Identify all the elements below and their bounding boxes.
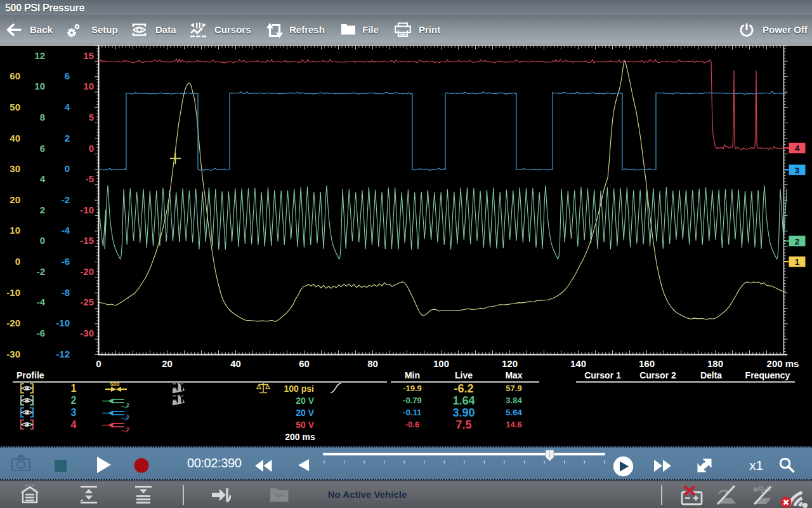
- svg-text:10: 10: [83, 81, 94, 91]
- svg-text:2: 2: [126, 402, 129, 408]
- svg-text:1: 1: [795, 257, 800, 267]
- svg-text:6: 6: [40, 143, 45, 154]
- svg-text:-0.79: -0.79: [403, 396, 422, 405]
- svg-text:3.84: 3.84: [506, 396, 522, 405]
- svg-text:-30: -30: [80, 328, 94, 338]
- svg-text:3.90: 3.90: [452, 406, 475, 419]
- svg-text:15: 15: [83, 50, 94, 61]
- svg-text:-6: -6: [62, 256, 70, 267]
- svg-text:2: 2: [71, 395, 77, 406]
- svg-text:1: 1: [71, 383, 77, 394]
- svg-text:-20: -20: [80, 266, 94, 277]
- svg-text:6: 6: [65, 70, 70, 81]
- svg-text:-19.9: -19.9: [403, 384, 422, 393]
- svg-text:120: 120: [502, 358, 518, 369]
- svg-text:160: 160: [639, 358, 655, 369]
- svg-text:-10: -10: [56, 318, 70, 328]
- svg-text:80: 80: [367, 358, 378, 369]
- svg-text:7.5: 7.5: [455, 418, 471, 431]
- svg-text:Frequency: Frequency: [745, 370, 790, 380]
- svg-text:Cursor 1: Cursor 1: [584, 370, 621, 380]
- svg-text:-25: -25: [80, 297, 94, 307]
- svg-text:2: 2: [126, 426, 129, 432]
- svg-text:-6: -6: [37, 328, 45, 338]
- svg-text:40: 40: [10, 133, 20, 144]
- svg-text:57.9: 57.9: [506, 384, 521, 393]
- svg-text:200 ms: 200 ms: [767, 358, 799, 369]
- svg-text:60: 60: [299, 358, 310, 369]
- svg-text:-6.2: -6.2: [454, 382, 473, 395]
- svg-text:4: 4: [65, 102, 70, 112]
- svg-text:0: 0: [89, 143, 94, 154]
- svg-text:0: 0: [40, 235, 45, 246]
- svg-text:14.6: 14.6: [506, 420, 521, 429]
- svg-text:30: 30: [10, 163, 20, 174]
- svg-text:-2: -2: [62, 194, 70, 205]
- svg-text:0: 0: [96, 358, 101, 369]
- svg-text:4: 4: [71, 419, 77, 430]
- svg-text:-0.6: -0.6: [405, 420, 419, 429]
- svg-text:-8: -8: [62, 287, 70, 298]
- svg-text:2: 2: [40, 204, 45, 215]
- svg-text:Max: Max: [505, 370, 522, 380]
- svg-text:2: 2: [65, 133, 70, 144]
- svg-text:-10: -10: [6, 287, 20, 298]
- svg-text:4: 4: [40, 173, 46, 184]
- svg-text:-15: -15: [80, 235, 94, 246]
- svg-text:20: 20: [10, 194, 20, 205]
- svg-text:0: 0: [65, 163, 70, 174]
- svg-text:10: 10: [34, 81, 45, 91]
- svg-text:-30: -30: [6, 349, 20, 359]
- svg-text:Min: Min: [405, 370, 420, 380]
- svg-text:0: 0: [15, 256, 20, 267]
- svg-text:3: 3: [71, 407, 77, 418]
- svg-text:-12: -12: [56, 349, 70, 359]
- svg-text:-20: -20: [6, 318, 20, 328]
- svg-text:200 ms: 200 ms: [285, 432, 315, 442]
- svg-text:-4: -4: [62, 225, 70, 236]
- svg-text:5: 5: [89, 112, 94, 123]
- svg-text:20 V: 20 V: [296, 408, 314, 418]
- svg-text:5.64: 5.64: [506, 408, 522, 417]
- svg-text:-5: -5: [86, 173, 94, 184]
- svg-text:10: 10: [10, 225, 20, 236]
- svg-text:8: 8: [40, 112, 45, 123]
- svg-text:2: 2: [126, 414, 129, 420]
- svg-text:Live: Live: [455, 370, 473, 380]
- svg-text:4: 4: [795, 144, 800, 153]
- svg-text:50: 50: [10, 102, 20, 112]
- svg-text:20: 20: [162, 358, 173, 369]
- svg-text:-10: -10: [80, 204, 94, 215]
- svg-text:2: 2: [795, 237, 800, 246]
- svg-text:100: 100: [433, 358, 449, 369]
- svg-text:40: 40: [230, 358, 241, 369]
- svg-text:3: 3: [795, 166, 800, 175]
- svg-text:-2: -2: [37, 266, 45, 277]
- svg-text:-4: -4: [37, 297, 46, 307]
- svg-text:Delta: Delta: [700, 370, 722, 380]
- svg-text:Cursor 2: Cursor 2: [639, 370, 676, 380]
- svg-text:1.64: 1.64: [452, 394, 475, 407]
- svg-text:180: 180: [707, 358, 723, 369]
- svg-text:-0.11: -0.11: [403, 408, 422, 417]
- svg-text:140: 140: [570, 358, 586, 369]
- svg-text:20 V: 20 V: [296, 396, 314, 406]
- svg-text:100 psi: 100 psi: [284, 384, 314, 394]
- svg-text:60: 60: [10, 70, 20, 81]
- svg-text:500: 500: [110, 381, 119, 387]
- svg-text:12: 12: [34, 50, 45, 61]
- svg-text:Profile: Profile: [16, 370, 44, 380]
- svg-text:50 V: 50 V: [296, 420, 314, 430]
